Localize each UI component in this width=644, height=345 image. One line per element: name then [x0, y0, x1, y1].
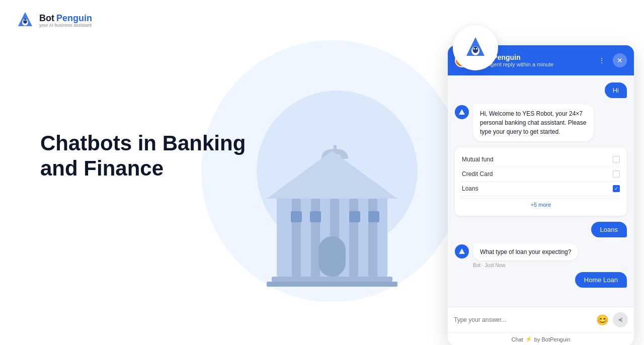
powered-label: Chat — [512, 336, 523, 342]
logo-penguin-text: Penguin — [56, 13, 92, 24]
chat-input-field[interactable] — [454, 316, 592, 323]
chat-widget: BotPenguin Agent reply within a minute ⋮… — [448, 30, 634, 345]
svg-rect-19 — [349, 211, 360, 222]
svg-rect-13 — [368, 199, 377, 277]
loans-checkbox[interactable] — [613, 185, 620, 192]
svg-point-3 — [24, 20, 25, 21]
logo-icon — [15, 10, 35, 30]
emoji-button[interactable]: 😊 — [596, 314, 609, 326]
svg-rect-18 — [310, 211, 321, 222]
lightning-icon: ⚡ — [525, 336, 532, 342]
loans-message: Loans — [591, 222, 627, 237]
svg-rect-16 — [267, 282, 397, 287]
home-loan-message: Home Loan — [575, 272, 627, 288]
svg-point-4 — [26, 20, 27, 21]
svg-rect-20 — [368, 211, 379, 222]
chat-body: Hi Hi, Welcome to YES Robot, your 24×7 p… — [448, 75, 634, 307]
logo-subtitle: your AI business assistant — [39, 23, 92, 28]
floating-bot-icon — [453, 25, 498, 70]
heading-line1: Chatbots in Banking — [40, 131, 246, 155]
logo-bot-text: Bot — [39, 13, 54, 24]
chat-header-actions: ⋮ ✕ — [595, 53, 627, 67]
user-home-loan-bubble: Home Loan — [455, 272, 627, 288]
logo: Bot Penguin your AI business assistant — [15, 10, 92, 30]
powered-by-text: by BotPenguin — [534, 336, 571, 342]
svg-rect-15 — [272, 277, 392, 282]
svg-rect-9 — [292, 199, 301, 277]
bot-welcome-message: Hi, Welcome to YES Robot, your 24×7 pers… — [455, 104, 627, 141]
heading-line2: and Finance — [40, 156, 164, 180]
user-hi-bubble: Hi — [455, 82, 627, 98]
bot-timestamp: Bot · Just Now — [473, 263, 578, 268]
chat-header-info: BotPenguin Agent reply within a minute — [481, 53, 590, 67]
loan-question-bubble: What type of loan your expecting? — [473, 243, 578, 261]
svg-point-23 — [473, 47, 478, 53]
chat-window: BotPenguin Agent reply within a minute ⋮… — [448, 45, 634, 345]
credit-card-checkbox[interactable] — [613, 170, 620, 178]
checkbox-card: Mutual fund Credit Card Loans +5 more — [455, 147, 627, 216]
bank-illustration: $ — [236, 70, 428, 302]
status-text: Agent reply within a minute — [487, 61, 553, 67]
mutual-fund-label: Mutual fund — [462, 156, 494, 163]
svg-marker-27 — [459, 248, 465, 254]
svg-rect-12 — [349, 199, 358, 277]
powered-by-brand: by BotPenguin — [534, 336, 571, 342]
welcome-bubble: Hi, Welcome to YES Robot, your 24×7 pers… — [473, 104, 594, 141]
hi-message: Hi — [605, 82, 627, 98]
more-options-button[interactable]: ⋮ — [595, 53, 609, 67]
credit-card-label: Credit Card — [462, 170, 493, 178]
svg-point-24 — [473, 48, 475, 49]
bot-avatar-small-2 — [455, 244, 469, 258]
bot-avatar-small — [455, 105, 469, 119]
svg-marker-26 — [459, 109, 465, 115]
loans-label: Loans — [462, 185, 478, 192]
bot-logo-icon — [462, 35, 489, 61]
logo-text: Bot Penguin your AI business assistant — [39, 13, 92, 28]
chat-footer: 😊 — [448, 307, 634, 332]
close-chat-button[interactable]: ✕ — [613, 53, 627, 67]
send-icon — [617, 316, 624, 323]
main-heading: Chatbots in Banking and Finance — [40, 131, 246, 182]
send-button[interactable] — [613, 312, 628, 327]
chat-header-status: Agent reply within a minute — [481, 61, 590, 67]
checkbox-mutual-fund[interactable]: Mutual fund — [461, 152, 621, 167]
bot-avatar-icon — [458, 108, 466, 116]
svg-rect-17 — [291, 211, 302, 222]
checkbox-credit-card[interactable]: Credit Card — [461, 167, 621, 182]
checkbox-loans[interactable]: Loans — [461, 182, 621, 196]
bot-loan-question: What type of loan your expecting? Bot · … — [455, 243, 627, 268]
mutual-fund-checkbox[interactable] — [613, 156, 620, 163]
svg-rect-14 — [318, 236, 346, 277]
powered-by-bar: Chat ⚡ by BotPenguin — [448, 332, 634, 345]
user-loans-bubble: Loans — [455, 222, 627, 237]
more-options-link[interactable]: +5 more — [461, 198, 621, 211]
svg-point-2 — [23, 19, 27, 24]
chat-bot-name: BotPenguin — [481, 53, 590, 61]
bot-avatar-icon-2 — [458, 247, 466, 255]
svg-point-25 — [476, 48, 477, 49]
